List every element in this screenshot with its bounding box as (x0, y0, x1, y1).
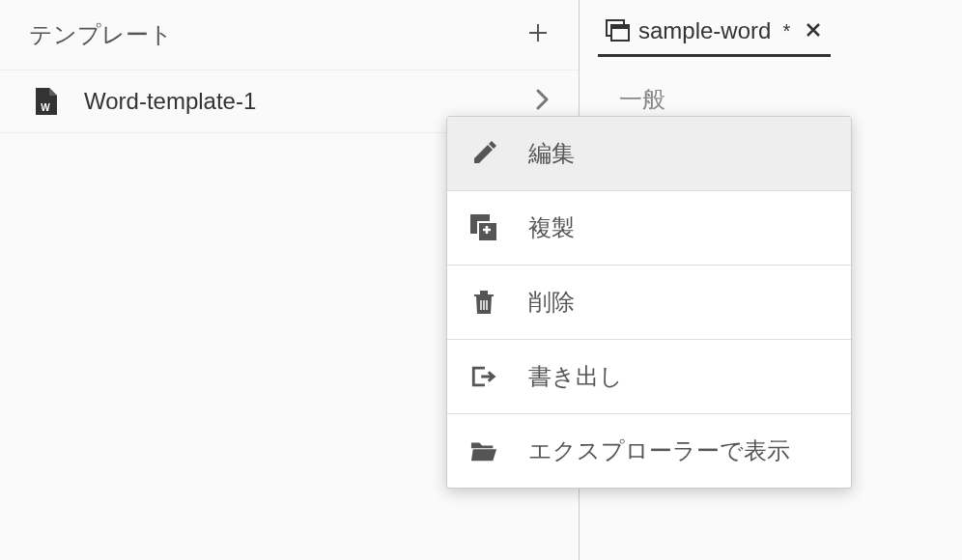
menu-item-edit[interactable]: 編集 (447, 117, 851, 190)
menu-label: 書き出し (528, 361, 623, 392)
window-icon (606, 19, 629, 42)
folder-open-icon (470, 437, 497, 464)
section-title-general: 一般 (580, 57, 962, 115)
template-name: Word-template-1 (84, 88, 536, 115)
tab-bar: sample-word * (580, 0, 962, 57)
plus-icon (526, 21, 550, 44)
pencil-icon (470, 140, 497, 167)
word-file-icon: W (34, 88, 57, 115)
menu-item-show-in-explorer[interactable]: エクスプローラーで表示 (447, 414, 851, 488)
menu-item-delete[interactable]: 削除 (447, 266, 851, 339)
menu-label: 編集 (528, 138, 575, 169)
panel-header: テンプレート (0, 0, 579, 70)
menu-item-duplicate[interactable]: 複製 (447, 191, 851, 265)
svg-text:W: W (41, 102, 50, 113)
duplicate-icon (470, 214, 497, 241)
svg-rect-3 (611, 25, 629, 29)
tab-dirty-marker: * (782, 20, 790, 42)
menu-label: 複製 (528, 212, 575, 243)
tab-sample-word[interactable]: sample-word * (598, 12, 831, 57)
add-template-button[interactable] (526, 20, 550, 49)
chevron-right-icon (536, 89, 550, 114)
menu-item-export[interactable]: 書き出し (447, 340, 851, 413)
tab-label: sample-word (638, 17, 771, 44)
menu-label: 削除 (528, 287, 575, 318)
context-menu: 編集 複製 削除 書き出し (446, 116, 852, 489)
export-icon (470, 363, 497, 390)
trash-icon (470, 289, 497, 316)
menu-label: エクスプローラーで表示 (528, 435, 790, 466)
tab-close-button[interactable] (806, 20, 821, 42)
close-icon (806, 22, 821, 38)
panel-title: テンプレート (29, 19, 173, 50)
